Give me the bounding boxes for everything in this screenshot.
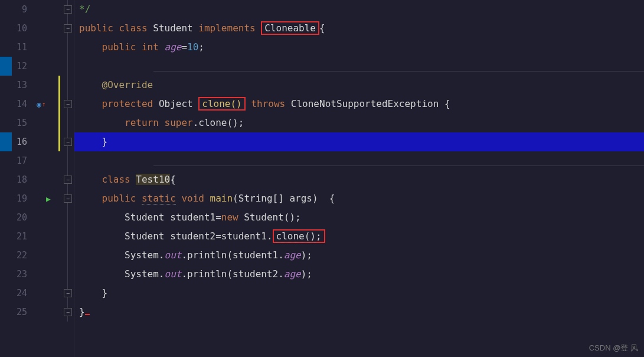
line-number[interactable]: 19	[0, 189, 35, 208]
line-number[interactable]: 14	[0, 95, 35, 113]
code-line-25[interactable]: }	[74, 303, 644, 322]
watermark-text: CSDN @登 风	[589, 343, 638, 353]
override-icon[interactable]: ◉	[37, 100, 41, 109]
code-line-11[interactable]: public int age=10;	[74, 38, 644, 57]
override-arrow-icon: ↑	[42, 100, 46, 108]
code-line-18[interactable]: class Test10{	[74, 170, 644, 189]
fold-toggle[interactable]: −	[64, 176, 72, 184]
code-line-22[interactable]: System.out.println(student1.age);	[74, 246, 644, 265]
line-number[interactable]: 20	[0, 208, 35, 227]
line-number[interactable]: 11	[0, 38, 35, 57]
code-line-16[interactable]: }	[74, 132, 644, 151]
code-line-21[interactable]: Student student2=student1.clone();	[74, 227, 644, 246]
line-number[interactable]: 25	[0, 303, 35, 322]
line-number[interactable]: 9	[0, 0, 35, 19]
line-number[interactable]: 12	[0, 57, 35, 76]
code-line-9[interactable]: */	[74, 0, 644, 19]
fold-column: − − − − − − − −	[64, 0, 74, 357]
fold-toggle[interactable]: −	[64, 289, 72, 297]
code-line-15[interactable]: return super.clone();	[74, 113, 644, 132]
code-text-area[interactable]: */ public class Student implements Clone…	[74, 0, 644, 357]
line-number[interactable]: 10	[0, 19, 35, 38]
fold-toggle[interactable]: −	[64, 5, 72, 14]
line-number[interactable]: 16	[0, 132, 35, 151]
code-line-19[interactable]: public static void main(String[] args) {	[74, 189, 644, 208]
fold-toggle[interactable]: −	[64, 24, 72, 33]
fold-toggle[interactable]: −	[64, 194, 72, 203]
caret-marker	[85, 314, 90, 315]
line-number[interactable]: 18	[0, 170, 35, 189]
code-line-12[interactable]	[74, 57, 644, 76]
change-marker	[58, 76, 60, 151]
code-line-10[interactable]: public class Student implements Cloneabl…	[74, 19, 644, 38]
code-line-17[interactable]	[74, 151, 644, 170]
line-numbers-column: 9 10 11 12 13 14 15 16 17 18 19 20 21 22…	[0, 0, 35, 322]
fold-toggle[interactable]: −	[64, 100, 72, 108]
code-line-20[interactable]: Student student1=new Student();	[74, 208, 644, 227]
highlight-box-cloneable: Cloneable	[261, 21, 319, 35]
fold-toggle[interactable]: −	[64, 308, 72, 316]
code-line-24[interactable]: }	[74, 284, 644, 303]
line-number[interactable]: 15	[0, 113, 35, 132]
line-number[interactable]: 17	[0, 151, 35, 170]
line-number[interactable]: 21	[0, 227, 35, 246]
line-number[interactable]: 24	[0, 284, 35, 303]
code-line-14[interactable]: protected Object clone() throws CloneNot…	[74, 95, 644, 113]
highlight-box-clone-method: clone()	[198, 97, 245, 111]
line-number[interactable]: 13	[0, 76, 35, 95]
run-icon[interactable]: ▶	[46, 194, 51, 203]
line-number[interactable]: 23	[0, 265, 35, 284]
code-line-23[interactable]: System.out.println(student2.age);	[74, 265, 644, 284]
editor-gutter: 9 10 11 12 13 14 15 16 17 18 19 20 21 22…	[0, 0, 64, 357]
highlight-box-clone-call: clone();	[273, 229, 325, 243]
fold-toggle[interactable]: −	[64, 138, 72, 146]
code-editor: 9 10 11 12 13 14 15 16 17 18 19 20 21 22…	[0, 0, 644, 357]
line-number[interactable]: 22	[0, 246, 35, 265]
code-line-13[interactable]: @Override	[74, 76, 644, 95]
